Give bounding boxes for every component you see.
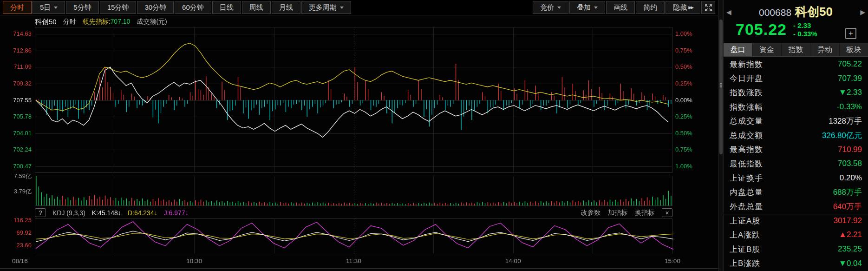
axis-tick: 712.86 [0,47,32,54]
tab-weekly[interactable]: 周线 [242,1,271,14]
row-label: 指数涨幅 [730,102,763,112]
simple-mode-button[interactable]: 简约 [636,1,665,14]
row-value: 326.80亿元 [822,130,862,141]
last-price: 705.22 [736,20,787,39]
draw-line-button[interactable]: 画线 [606,1,635,14]
tab-order-book[interactable]: 盘口 [724,43,752,56]
tab-sectors[interactable]: 板块 [840,43,868,56]
row-value: 705.22 [838,59,862,69]
price-chart-canvas[interactable] [0,15,718,271]
fullscreen-button[interactable] [701,1,715,14]
axis-tick: 15:00 [665,258,680,264]
table-row: 上证A股3017.92 [724,214,868,228]
splitter-grip-icon [720,83,721,84]
chart-mode-label: 分时 [63,18,76,26]
row-label: 指数涨跌 [730,87,763,98]
tab-movers[interactable]: 异动 [810,43,839,56]
table-row: 内盘总量688万手 [724,185,868,199]
close-icon[interactable]: × [662,208,672,217]
bidding-button[interactable]: 竞价 [533,1,568,14]
chevron-down-icon [594,7,598,9]
table-row: 最低指数703.58 [724,157,868,171]
row-label: 上A涨跌 [730,230,760,240]
hide-button[interactable]: 隐藏▶▶ [666,1,700,14]
axis-tick: 0.75% [675,47,692,54]
kdj-d-value: D:64.234↓ [128,209,157,217]
overlay-button[interactable]: 叠加 [569,1,605,14]
stock-code: 000688 [759,7,791,18]
row-label: 外盘总量 [730,201,763,212]
axis-tick: 69.92 [0,229,32,236]
axis-tick: 0.25% [675,113,692,120]
splitter-thumb[interactable] [719,20,723,154]
tab-60min[interactable]: 60分钟 [175,1,211,14]
tab-5day[interactable]: 5日 [33,1,65,14]
kdj-actions: 改参数 加指标 换指标 × [581,208,672,217]
row-label: 上B涨跌 [730,258,760,269]
row-label: 上证B股 [730,244,760,255]
axis-tick: 0.00% [675,97,692,104]
axis-tick: 0.75% [675,146,692,153]
tab-monthly[interactable]: 月线 [272,1,300,14]
tab-30min[interactable]: 30分钟 [137,1,174,14]
switch-indicator-link[interactable]: 换指标 [635,209,654,217]
tab-funds[interactable]: 资金 [752,43,781,56]
fullscreen-icon [705,4,712,11]
row-label: 上证A股 [730,216,760,226]
leading-indicator-label: 领先指标: [83,18,111,25]
chevron-down-icon [557,7,561,9]
axis-tick: 705.78 [0,113,32,120]
row-value: 707.39 [838,74,862,83]
panel-splitter [718,0,724,271]
axis-tick: 10:30 [186,258,202,264]
axis-tick: 0.25% [675,80,692,87]
period-buttons: 分时 5日 5分钟 15分钟 30分钟 60分钟 日线 周线 月线 更多周期 [3,1,351,14]
axis-tick: 1.00% [675,30,692,37]
tab-5min[interactable]: 5分钟 [66,1,98,14]
axis-tick: 7.59亿 [0,172,32,179]
table-row: 总成交额326.80亿元 [724,128,868,143]
row-value: 235.25 [838,245,862,254]
table-row: 外盘总量640万手 [724,199,868,214]
axis-tick: 23.60 [0,242,32,249]
table-row: 总成交量1328万手 [724,114,868,128]
table-row: 上B涨跌▼0.04 [724,256,868,271]
row-label: 上证换手 [730,173,763,184]
table-row: 上A涨跌▲2.21 [724,228,868,242]
row-value: 0.20% [840,173,862,183]
axis-tick: 1.00% [675,163,692,170]
index-name: 科创50 [35,18,57,26]
kdj-params-label: KDJ (9,3,3) [52,209,85,217]
add-to-watchlist-button[interactable]: + [845,28,856,39]
row-label: 总成交额 [730,130,763,141]
tab-daily[interactable]: 日线 [212,1,241,14]
change-params-link[interactable]: 改参数 [581,209,600,217]
tab-index[interactable]: 指数 [782,43,810,56]
axis-tick: 707.55 [0,97,32,104]
axis-tick: 0.50% [675,63,692,70]
table-row: 上证B股235.25 [724,242,868,257]
axis-tick: 714.63 [0,30,32,37]
tab-minute-line[interactable]: 分时 [3,1,32,14]
chart-tools: 竞价 叠加 画线 简约 隐藏▶▶ [533,1,715,14]
axis-tick: 14:00 [505,258,521,264]
axis-tick: 11:30 [346,258,361,264]
table-row: 今日开盘707.39 [724,72,868,86]
row-label: 今日开盘 [730,73,763,84]
table-row: 指数涨幅-0.33% [724,100,868,114]
axis-tick: 116.25 [0,217,32,224]
help-button[interactable]: ? [35,208,46,217]
row-label: 内盘总量 [730,187,763,198]
axis-tick: 08/16 [12,258,28,264]
axis-tick: 711.09 [0,63,32,70]
add-indicator-link[interactable]: 加指标 [608,209,627,217]
row-value: 703.58 [838,159,862,168]
quote-header: ◀ ▶ 000688科创50 705.22 - 2.33 - 0.33% + [724,0,868,43]
table-row: 上证换手0.20% [724,171,868,185]
period-toolbar: 分时 5日 5分钟 15分钟 30分钟 60分钟 日线 周线 月线 更多周期 竞… [0,0,718,15]
more-periods-button[interactable]: 更多周期 [301,1,351,14]
row-value: ▲2.21 [839,230,862,239]
row-value: 688万手 [833,187,862,198]
tab-15min[interactable]: 15分钟 [100,1,137,14]
row-label: 总成交量 [730,116,763,126]
